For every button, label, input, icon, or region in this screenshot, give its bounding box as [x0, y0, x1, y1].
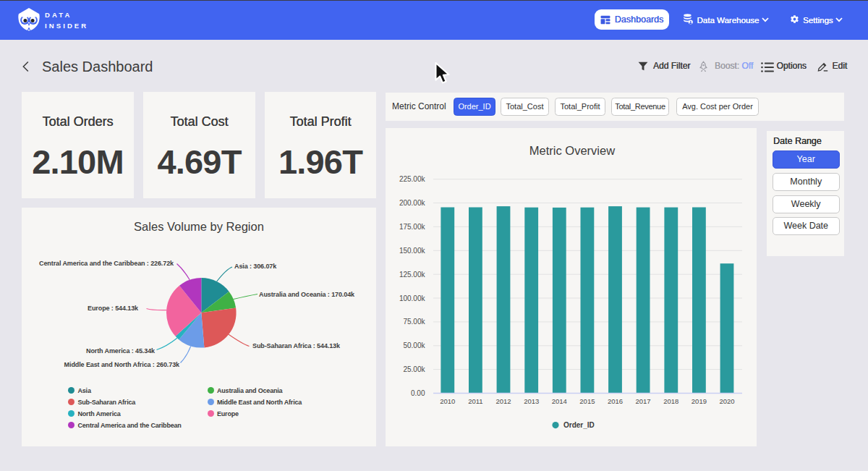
- svg-text:2011: 2011: [468, 397, 482, 405]
- svg-text:2016: 2016: [608, 397, 623, 405]
- svg-text:25.00k: 25.00k: [403, 365, 425, 373]
- svg-text:200.00k: 200.00k: [399, 199, 426, 207]
- svg-text:2010: 2010: [440, 397, 455, 405]
- svg-text:2015: 2015: [579, 397, 595, 405]
- svg-text:225.00k: 225.00k: [399, 175, 426, 183]
- svg-text:2018: 2018: [663, 397, 678, 405]
- svg-text:75.00k: 75.00k: [403, 318, 425, 326]
- svg-text:125.00k: 125.00k: [399, 271, 426, 279]
- svg-text:2014: 2014: [552, 397, 567, 405]
- svg-text:150.00k: 150.00k: [399, 247, 426, 255]
- svg-text:100.00k: 100.00k: [399, 294, 426, 302]
- svg-text:2013: 2013: [524, 397, 539, 405]
- svg-text:2012: 2012: [495, 397, 511, 405]
- svg-text:2020: 2020: [719, 397, 734, 405]
- svg-text:2019: 2019: [692, 397, 707, 405]
- svg-text:175.00k: 175.00k: [399, 223, 426, 231]
- svg-text:0.00: 0.00: [411, 389, 425, 397]
- svg-text:Metric Overview: Metric Overview: [529, 144, 615, 157]
- svg-text:50.00k: 50.00k: [403, 341, 425, 349]
- svg-text:2017: 2017: [636, 397, 651, 405]
- svg-text:Order_ID: Order_ID: [563, 421, 595, 429]
